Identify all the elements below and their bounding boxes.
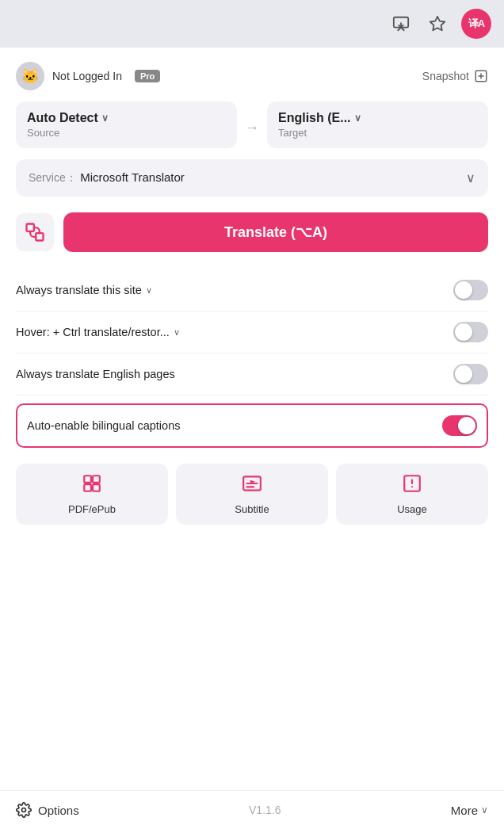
always-translate-site-toggle[interactable]	[453, 280, 488, 300]
svg-rect-10	[84, 484, 91, 491]
always-translate-english-label: Always translate English pages	[16, 368, 175, 380]
target-lang-name: English (E... ∨	[278, 111, 477, 125]
usage-button[interactable]: Usage	[336, 464, 488, 525]
star-icon[interactable]	[425, 11, 450, 36]
translate-row: Translate (⌥A)	[16, 212, 488, 252]
main-panel: 🐱 Not Logged In Pro Snapshot Auto Detect…	[0, 48, 504, 790]
source-lang-label: Source	[27, 127, 226, 139]
service-right: ∨	[466, 170, 475, 185]
source-chevron-icon: ∨	[101, 113, 109, 124]
subtitle-icon	[242, 473, 262, 499]
snapshot-label: Snapshot	[422, 70, 469, 82]
translate-icon-button[interactable]: 译A	[461, 9, 491, 39]
target-language-button[interactable]: English (E... ∨ Target	[267, 101, 488, 148]
not-logged-in-label: Not Logged In	[52, 70, 122, 82]
hover-ctrl-label: Hover: + Ctrl translate/restor... ∨	[16, 326, 180, 338]
user-row: 🐱 Not Logged In Pro Snapshot	[16, 48, 488, 101]
svg-rect-6	[27, 224, 34, 231]
pdf-epub-button[interactable]: PDF/ePub	[16, 464, 168, 525]
always-translate-english-toggle[interactable]	[453, 364, 488, 384]
hover-chevron-icon: ∨	[174, 327, 180, 338]
translate-button[interactable]: Translate (⌥A)	[63, 212, 488, 252]
version-text: V1.1.6	[249, 804, 281, 816]
service-selector[interactable]: Service： Microsoft Translator ∨	[16, 159, 488, 197]
quick-actions: PDF/ePub Subtitle Usage	[16, 464, 488, 525]
svg-rect-9	[93, 476, 100, 483]
subtitle-button[interactable]: Subtitle	[176, 464, 328, 525]
pro-badge: Pro	[135, 70, 160, 82]
pdf-epub-icon	[82, 473, 102, 499]
svg-point-16	[22, 808, 26, 812]
usage-icon	[402, 473, 422, 499]
captions-label: Auto-enable bilingual captions	[27, 419, 180, 432]
always-translate-site-row: Always translate this site ∨	[16, 269, 488, 311]
subtitle-label: Subtitle	[235, 503, 269, 515]
hover-ctrl-toggle[interactable]	[453, 322, 488, 342]
more-button[interactable]: More ∨	[451, 804, 488, 817]
source-language-button[interactable]: Auto Detect ∨ Source	[16, 101, 237, 148]
captions-row: Auto-enable bilingual captions	[16, 403, 488, 448]
service-prefix: Service：	[29, 171, 77, 184]
translate-square-icon[interactable]	[16, 213, 54, 251]
svg-marker-2	[430, 17, 445, 30]
target-lang-label: Target	[278, 127, 477, 139]
more-label: More	[451, 804, 478, 817]
always-translate-site-label: Always translate this site ∨	[16, 284, 152, 296]
avatar[interactable]: 🐱	[16, 62, 44, 90]
captions-toggle[interactable]	[442, 415, 477, 436]
user-info: 🐱 Not Logged In Pro	[16, 62, 160, 90]
top-bar: 译A	[0, 0, 504, 48]
service-chevron-icon: ∨	[466, 170, 475, 185]
snapshot-button[interactable]: Snapshot	[422, 69, 488, 83]
pdf-epub-label: PDF/ePub	[68, 503, 116, 515]
service-name: Microsoft Translator	[80, 170, 185, 184]
bottom-bar: Options V1.1.6 More ∨	[0, 790, 504, 829]
usage-label: Usage	[397, 503, 427, 515]
always-translate-english-row: Always translate English pages	[16, 353, 488, 395]
always-translate-chevron-icon: ∨	[146, 285, 152, 296]
options-label: Options	[38, 804, 79, 817]
more-chevron-icon: ∨	[481, 804, 488, 816]
svg-rect-8	[84, 476, 91, 483]
hover-ctrl-row: Hover: + Ctrl translate/restor... ∨	[16, 311, 488, 353]
service-info: Service： Microsoft Translator	[29, 170, 185, 185]
svg-rect-11	[93, 484, 100, 491]
download-icon[interactable]	[388, 11, 414, 36]
arrow-right-icon: →	[245, 113, 259, 136]
source-lang-name: Auto Detect ∨	[27, 111, 226, 125]
target-chevron-icon: ∨	[354, 113, 361, 124]
options-button[interactable]: Options	[16, 802, 79, 818]
svg-rect-7	[36, 233, 43, 240]
language-row: Auto Detect ∨ Source → English (E... ∨ T…	[16, 101, 488, 148]
